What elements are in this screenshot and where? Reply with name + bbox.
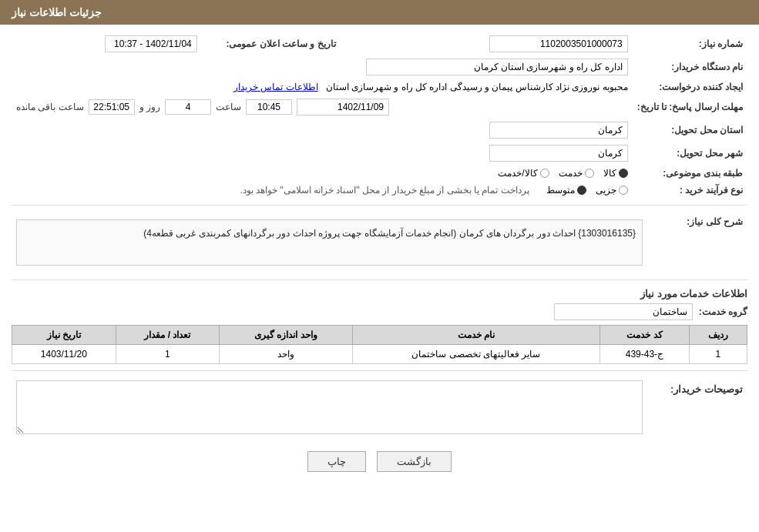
cell-service-code: ج-43-439 xyxy=(599,345,689,364)
category-kala-item: کالا xyxy=(603,168,628,179)
announce-date-label: تاریخ و ساعت اعلان عمومی: xyxy=(202,32,341,55)
service-group-row: گروه خدمت: ساختمان xyxy=(12,303,747,320)
city-delivery-value: کرمان xyxy=(489,145,628,162)
category-khadamat-radio[interactable] xyxy=(585,169,594,178)
category-kala-label: کالا xyxy=(603,168,616,179)
th-service-code: کد خدمت xyxy=(599,326,689,345)
category-khadamat-label: خدمت xyxy=(559,168,583,179)
cell-row: 1 xyxy=(689,345,747,364)
service-table: ردیف کد خدمت نام خدمت واحد اندازه گیری ت… xyxy=(12,325,747,364)
back-button[interactable]: بازگشت xyxy=(377,451,452,472)
remaining-label: ساعت باقی مانده xyxy=(16,102,84,112)
divider-1 xyxy=(12,205,747,206)
creator-label: ایجاد کننده درخواست: xyxy=(633,79,747,95)
buyer-org-label: نام دستگاه خریدار: xyxy=(633,55,747,79)
city-delivery-label: شهر محل تحویل: xyxy=(633,142,747,165)
creator-value: محبوبه نوروزی نژاد کارشناس پیمان و رسیدگ… xyxy=(326,82,628,92)
need-number-label: شماره نیاز: xyxy=(633,32,747,55)
process-motavaset-radio[interactable] xyxy=(577,186,586,195)
process-jozvi-item: جزیی xyxy=(596,185,628,196)
info-table: شماره نیاز: 1102003501000073 تاریخ و ساع… xyxy=(12,32,747,199)
province-delivery-value-cell: کرمان xyxy=(12,119,633,142)
table-row: 1 ج-43-439 سایر فعالیتهای تخصصی ساختمان … xyxy=(12,345,747,364)
process-type-value-cell: جزیی متوسط پرداخت تمام یا بخشی از مبلغ خ… xyxy=(12,182,633,199)
page-header: جزئیات اطلاعات نیاز xyxy=(0,0,759,25)
divider-2 xyxy=(12,279,747,280)
need-description-label: شرح کلی نیاز: xyxy=(647,212,747,273)
row-creator: ایجاد کننده درخواست: محبوبه نوروزی نژاد … xyxy=(12,79,747,95)
response-date-value: 1402/11/09 xyxy=(297,99,389,115)
row-response-deadline: مهلت ارسال پاسخ: تا تاریخ: ساعت باقی مان… xyxy=(12,95,747,119)
response-deadline-value-cell: ساعت باقی مانده 22:51:05 روز و 4 ساعت 10… xyxy=(12,95,633,119)
creator-value-cell: محبوبه نوروزی نژاد کارشناس پیمان و رسیدگ… xyxy=(12,79,633,95)
service-group-label: گروه خدمت: xyxy=(699,306,747,317)
process-motavaset-item: متوسط xyxy=(546,185,586,196)
row-process-type: نوع فرآیند خرید : جزیی متوسط پرداخت تمام… xyxy=(12,182,747,199)
remaining-time-value: 22:51:05 xyxy=(89,99,135,115)
service-group-value: ساختمان xyxy=(554,303,693,320)
category-kala-khadamat-item: کالا/خدمت xyxy=(498,168,549,179)
process-description: پرداخت تمام یا بخشی از مبلغ خریدار از مح… xyxy=(240,185,529,196)
need-description-value: {1303016135} احداث دور برگردان های کرمان… xyxy=(16,219,643,266)
days-label: روز و xyxy=(139,102,160,112)
row-buyer-org: نام دستگاه خریدار: اداره کل راه و شهرساز… xyxy=(12,55,747,79)
need-description-value-cell: {1303016135} احداث دور برگردان های کرمان… xyxy=(12,212,647,273)
buyer-notes-label: توصیحات خریدار: xyxy=(647,377,747,440)
buyer-org-value: اداره کل راه و شهرسازی استان کرمان xyxy=(366,59,628,75)
page-wrapper: جزئیات اطلاعات نیاز شماره نیاز: 11020035… xyxy=(0,0,759,532)
buyer-org-value-cell: اداره کل راه و شهرسازی استان کرمان xyxy=(12,55,633,79)
buyer-notes-value-cell xyxy=(12,377,647,440)
process-type-label: نوع فرآیند خرید : xyxy=(633,182,747,199)
row-city-delivery: شهر محل تحویل: کرمان xyxy=(12,142,747,165)
buyer-notes-table: توصیحات خریدار: xyxy=(12,377,747,440)
th-row: ردیف xyxy=(689,326,747,345)
days-value: 4 xyxy=(165,99,211,115)
row-buyer-notes: توصیحات خریدار: xyxy=(12,377,747,440)
category-kala-radio[interactable] xyxy=(619,169,628,178)
row-category: طبقه بندی موضوعی: کالا خدمت xyxy=(12,165,747,182)
announce-date-value-cell: 1402/11/04 - 10:37 xyxy=(12,32,202,55)
process-jozvi-radio[interactable] xyxy=(619,186,628,195)
time-label: ساعت xyxy=(216,102,241,112)
category-kala-khadamat-radio[interactable] xyxy=(540,169,549,178)
response-deadline-label: مهلت ارسال پاسخ: تا تاریخ: xyxy=(633,95,747,119)
row-need-number: شماره نیاز: 1102003501000073 تاریخ و ساع… xyxy=(12,32,747,55)
cell-unit-measure: واحد xyxy=(220,345,352,364)
time-value: 10:45 xyxy=(246,99,292,115)
service-table-header-row: ردیف کد خدمت نام خدمت واحد اندازه گیری ت… xyxy=(12,326,747,345)
cell-need-date: 1403/11/20 xyxy=(12,345,116,364)
content-area: شماره نیاز: 1102003501000073 تاریخ و ساع… xyxy=(0,25,759,487)
service-table-body: 1 ج-43-439 سایر فعالیتهای تخصصی ساختمان … xyxy=(12,345,747,364)
cell-count: 1 xyxy=(116,345,220,364)
need-description-table: شرح کلی نیاز: {1303016135} احداث دور برگ… xyxy=(12,212,747,273)
row-need-description: شرح کلی نیاز: {1303016135} احداث دور برگ… xyxy=(12,212,747,273)
category-value-cell: کالا خدمت کالا/خدمت xyxy=(12,165,633,182)
province-delivery-value: کرمان xyxy=(489,122,628,139)
need-number-value-cell: 1102003501000073 xyxy=(356,32,633,55)
city-delivery-value-cell: کرمان xyxy=(12,142,633,165)
process-jozvi-label: جزیی xyxy=(596,185,616,196)
service-info-title: اطلاعات خدمات مورد نیاز xyxy=(12,288,747,299)
creator-contact-link[interactable]: اطلاعات تماس خریدار xyxy=(233,82,318,92)
buyer-notes-textarea[interactable] xyxy=(16,380,643,434)
need-number-value: 1102003501000073 xyxy=(489,35,628,52)
th-unit-measure: واحد اندازه گیری xyxy=(220,326,352,345)
divider-3 xyxy=(12,370,747,371)
category-label: طبقه بندی موضوعی: xyxy=(633,165,747,182)
service-table-head: ردیف کد خدمت نام خدمت واحد اندازه گیری ت… xyxy=(12,326,747,345)
category-kala-khadamat-label: کالا/خدمت xyxy=(498,168,537,179)
print-button[interactable]: چاپ xyxy=(307,451,366,472)
category-khadamat-item: خدمت xyxy=(559,168,594,179)
row-province-delivery: استان محل تحویل: کرمان xyxy=(12,119,747,142)
cell-service-name: سایر فعالیتهای تخصصی ساختمان xyxy=(352,345,599,364)
th-need-date: تاریخ نیاز xyxy=(12,326,116,345)
process-motavaset-label: متوسط xyxy=(546,185,575,196)
button-bar: بازگشت چاپ xyxy=(12,451,747,472)
announce-date-value: 1402/11/04 - 10:37 xyxy=(105,35,197,52)
th-count: تعداد / مقدار xyxy=(116,326,220,345)
page-title: جزئیات اطلاعات نیاز xyxy=(12,6,102,18)
th-service-name: نام خدمت xyxy=(352,326,599,345)
province-delivery-label: استان محل تحویل: xyxy=(633,119,747,142)
